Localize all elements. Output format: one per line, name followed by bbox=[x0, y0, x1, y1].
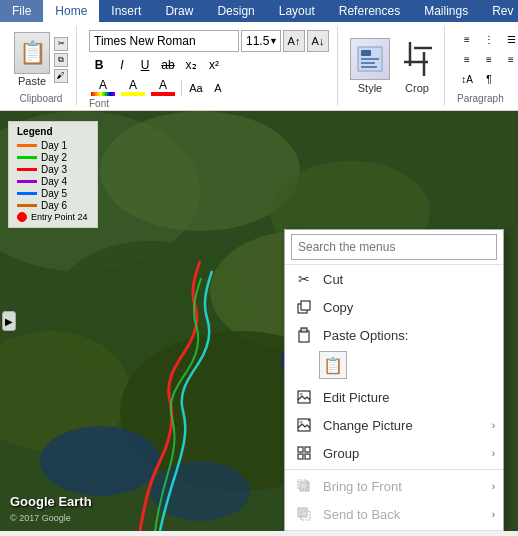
tab-layout[interactable]: Layout bbox=[267, 0, 327, 22]
font-size-dropdown-icon[interactable]: ▼ bbox=[269, 36, 278, 46]
legend-day5: Day 5 bbox=[17, 188, 89, 199]
context-menu-change-picture[interactable]: Change Picture › bbox=[285, 411, 503, 439]
style-button[interactable]: Style bbox=[350, 38, 390, 94]
show-marks-button[interactable]: ¶ bbox=[479, 71, 499, 89]
align-center-button[interactable]: ≡ bbox=[479, 51, 499, 69]
legend-entry-color bbox=[17, 212, 27, 222]
tab-insert[interactable]: Insert bbox=[99, 0, 153, 22]
svg-rect-25 bbox=[298, 391, 310, 403]
crop-button[interactable]: Crop bbox=[398, 38, 436, 94]
context-menu-edit-picture[interactable]: Edit Picture bbox=[285, 383, 503, 411]
svg-rect-33 bbox=[300, 482, 309, 491]
clipboard-area: 📋 Paste ✂ ⧉ 🖌 bbox=[14, 32, 68, 87]
strikethrough-button[interactable]: ab bbox=[158, 55, 178, 75]
ribbon-tab-bar: File Home Insert Draw Design Layout Refe… bbox=[0, 0, 518, 22]
font-color-button[interactable]: A bbox=[149, 78, 177, 98]
cut-button[interactable]: ✂ bbox=[54, 37, 68, 51]
svg-rect-4 bbox=[361, 66, 377, 68]
context-menu-group[interactable]: Group › bbox=[285, 439, 503, 467]
bring-front-label: Bring to Front bbox=[323, 479, 402, 494]
context-menu-search-input[interactable] bbox=[291, 234, 497, 260]
legend-day6-label: Day 6 bbox=[41, 200, 67, 211]
legend: Legend Day 1 Day 2 Day 3 Day 4 Day 5 Day… bbox=[8, 121, 98, 228]
change-picture-icon bbox=[295, 416, 313, 434]
svg-rect-22 bbox=[301, 301, 310, 310]
font-case-button[interactable]: Aa bbox=[186, 78, 206, 98]
svg-rect-3 bbox=[361, 62, 375, 64]
context-menu-cut[interactable]: ✂ Cut bbox=[285, 265, 503, 293]
subscript-button[interactable]: x₂ bbox=[181, 55, 201, 75]
legend-day6: Day 6 bbox=[17, 200, 89, 211]
legend-day5-label: Day 5 bbox=[41, 188, 67, 199]
map-area: Legend Day 1 Day 2 Day 3 Day 4 Day 5 Day… bbox=[0, 111, 518, 531]
align-left-button[interactable]: ≡ bbox=[457, 51, 477, 69]
map-copyright: © 2017 Google bbox=[10, 513, 71, 523]
legend-day1: Day 1 bbox=[17, 140, 89, 151]
tab-home[interactable]: Home bbox=[43, 0, 99, 22]
legend-day2: Day 2 bbox=[17, 152, 89, 163]
copy-icon bbox=[295, 298, 313, 316]
underline-button[interactable]: U bbox=[135, 55, 155, 75]
decrease-font-button[interactable]: A↓ bbox=[307, 30, 329, 52]
legend-day6-color bbox=[17, 204, 37, 207]
bring-front-icon bbox=[295, 477, 313, 495]
edit-picture-icon bbox=[295, 388, 313, 406]
legend-day2-color bbox=[17, 156, 37, 159]
svg-rect-1 bbox=[361, 50, 371, 56]
svg-rect-2 bbox=[361, 58, 379, 60]
increase-font-button[interactable]: A↑ bbox=[283, 30, 305, 52]
svg-rect-23 bbox=[299, 331, 309, 342]
legend-day4-label: Day 4 bbox=[41, 176, 67, 187]
sort-button[interactable]: ↕A bbox=[457, 71, 477, 89]
para-row2: ≡ ≡ ≡ ≡ ↕ ▨ ⊞ bbox=[457, 51, 518, 69]
legend-day4: Day 4 bbox=[17, 176, 89, 187]
send-back-arrow: › bbox=[492, 509, 495, 520]
expand-handle[interactable]: ▶ bbox=[2, 311, 16, 331]
change-picture-arrow: › bbox=[492, 420, 495, 431]
bullet-list-button[interactable]: ≡ bbox=[457, 31, 477, 49]
font-name-display[interactable]: Times New Roman bbox=[89, 30, 239, 52]
para-row1: ≡ ⋮ ☰ ⇤ ⇥ bbox=[457, 31, 518, 49]
paste-icon: 📋 bbox=[14, 32, 50, 74]
tab-file[interactable]: File bbox=[0, 0, 43, 22]
legend-day3-label: Day 3 bbox=[41, 164, 67, 175]
paste-button[interactable]: 📋 Paste bbox=[14, 32, 50, 87]
copy-button[interactable]: ⧉ bbox=[54, 53, 68, 67]
paste-label: Paste bbox=[18, 75, 46, 87]
format-painter-button[interactable]: 🖌 bbox=[54, 69, 68, 83]
text-effects-button[interactable]: A bbox=[89, 78, 117, 98]
font-size-display[interactable]: 11.5 ▼ bbox=[241, 30, 281, 52]
send-back-label: Send to Back bbox=[323, 507, 400, 522]
paste-clipboard-icon[interactable]: 📋 bbox=[319, 351, 347, 379]
clipboard-group-label: Clipboard bbox=[20, 93, 63, 106]
context-menu-send-back: Send to Back › bbox=[285, 500, 503, 528]
tab-design[interactable]: Design bbox=[205, 0, 266, 22]
multilevel-list-button[interactable]: ☰ bbox=[501, 31, 518, 49]
svg-rect-31 bbox=[298, 454, 303, 459]
context-menu-copy[interactable]: Copy bbox=[285, 293, 503, 321]
numbered-list-button[interactable]: ⋮ bbox=[479, 31, 499, 49]
font-group-label: Font bbox=[89, 98, 329, 111]
highlight-color-button[interactable]: A bbox=[119, 78, 147, 98]
tab-references[interactable]: References bbox=[327, 0, 412, 22]
tab-draw[interactable]: Draw bbox=[153, 0, 205, 22]
clear-format-button[interactable]: A bbox=[208, 78, 228, 98]
svg-point-28 bbox=[300, 421, 303, 424]
align-right-button[interactable]: ≡ bbox=[501, 51, 518, 69]
tab-mailings[interactable]: Mailings bbox=[412, 0, 480, 22]
bold-button[interactable]: B bbox=[89, 55, 109, 75]
svg-rect-32 bbox=[305, 454, 310, 459]
tab-rev[interactable]: Rev bbox=[480, 0, 518, 22]
superscript-button[interactable]: x² bbox=[204, 55, 224, 75]
group-arrow: › bbox=[492, 448, 495, 459]
style-crop-group: Style Crop bbox=[342, 26, 445, 106]
paragraph-group-label: Paragraph bbox=[457, 93, 518, 106]
context-menu-paste[interactable]: Paste Options: bbox=[285, 321, 503, 349]
group-label: Group bbox=[323, 446, 359, 461]
ribbon: File Home Insert Draw Design Layout Refe… bbox=[0, 0, 518, 111]
svg-rect-29 bbox=[298, 447, 303, 452]
italic-button[interactable]: I bbox=[112, 55, 132, 75]
ctx-divider1 bbox=[285, 469, 503, 470]
legend-day4-color bbox=[17, 180, 37, 183]
legend-day1-color bbox=[17, 144, 37, 147]
